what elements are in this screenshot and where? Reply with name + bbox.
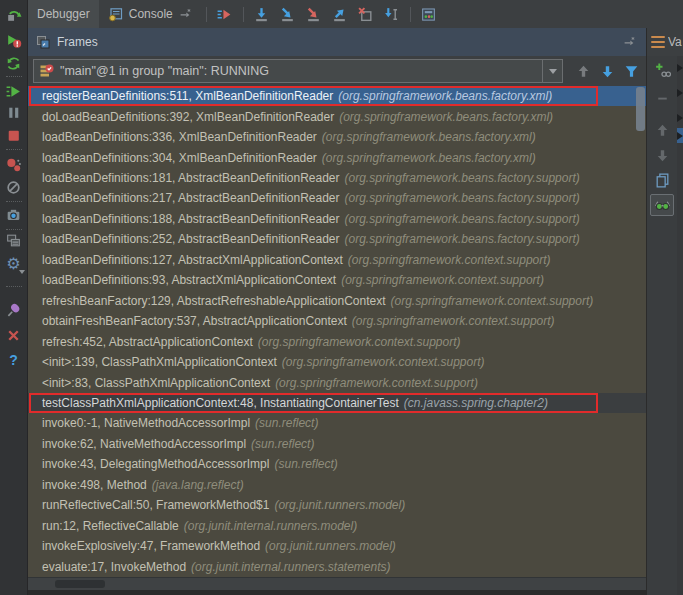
close-button[interactable] [5, 326, 23, 344]
filter-icon[interactable] [623, 63, 640, 80]
run-to-cursor-button[interactable] [381, 3, 403, 25]
stack-frame-row[interactable]: refreshBeanFactory:129, AbstractRefresha… [28, 291, 646, 311]
hide-panel-icon[interactable] [622, 35, 636, 49]
stack-frame-label: registerBeanDefinitions:511, XmlBeanDefi… [42, 89, 333, 103]
evaluate-expression-button[interactable] [418, 3, 440, 25]
remove-watch-button[interactable] [653, 89, 671, 107]
step-into-button[interactable] [277, 3, 299, 25]
stack-frame-label: run:12, ReflectiveCallable [42, 519, 179, 533]
stack-frame-label: loadBeanDefinitions:127, AbstractXmlAppl… [42, 253, 343, 267]
mute-breakpoints-icon [5, 179, 22, 196]
show-watches-button[interactable] [650, 194, 674, 216]
stack-frame-label: evaluate:17, InvokeMethod [42, 560, 186, 574]
stack-frame-row[interactable]: <init>:139, ClassPathXmlApplicationConte… [28, 352, 646, 372]
frames-list: registerBeanDefinitions:511, XmlBeanDefi… [28, 86, 646, 577]
stack-frame-row[interactable]: loadBeanDefinitions:304, XmlBeanDefiniti… [28, 147, 646, 167]
debugger-toolbar: Debugger Console [28, 0, 683, 28]
stack-frame-package: (org.springframework.context.support) [258, 335, 461, 349]
help-icon: ? [9, 352, 18, 368]
move-watch-down-button[interactable] [653, 146, 671, 164]
settings-button[interactable]: ⚙ [5, 255, 23, 273]
tree-expand-icon[interactable] [677, 132, 683, 140]
thread-dump-button[interactable] [5, 205, 23, 223]
force-step-into-button[interactable] [303, 3, 325, 25]
thread-selector-dropdown-button[interactable] [542, 60, 562, 82]
stack-frame-row[interactable]: testClassPathXmlApplicationContext:48, I… [28, 393, 646, 413]
stack-frame-row[interactable]: runReflectiveCall:50, FrameworkMethod$1 … [28, 495, 646, 515]
frame-nav-buttons [575, 63, 640, 80]
stack-frame-row[interactable]: loadBeanDefinitions:252, AbstractBeanDef… [28, 229, 646, 249]
stack-frame-row[interactable]: invoke:43, DelegatingMethodAccessorImpl … [28, 454, 646, 474]
rerun-button[interactable] [5, 6, 23, 24]
rerun-icon [5, 7, 22, 24]
thread-selector-value: "main"@1 in group "main": RUNNING [60, 64, 542, 78]
drop-frame-button[interactable] [355, 3, 377, 25]
stack-frame-row[interactable]: loadBeanDefinitions:336, XmlBeanDefiniti… [28, 127, 646, 147]
stack-frame-row[interactable]: loadBeanDefinitions:188, AbstractBeanDef… [28, 209, 646, 229]
close-icon [5, 327, 22, 344]
rerun-failed-icon [5, 32, 22, 49]
reload-classes-button[interactable] [5, 54, 23, 72]
resume-button[interactable] [5, 82, 23, 100]
console-tab-label: Console [129, 7, 173, 21]
stack-frame-row[interactable]: registerBeanDefinitions:511, XmlBeanDefi… [28, 86, 646, 106]
stack-frame-row[interactable]: invokeExplosively:47, FrameworkMethod (o… [28, 536, 646, 556]
stack-frame-row[interactable]: loadBeanDefinitions:181, AbstractBeanDef… [28, 168, 646, 188]
rerun-failed-button[interactable] [5, 31, 23, 49]
drop-frame-icon [357, 6, 374, 23]
stack-frame-package: (java.lang.reflect) [152, 478, 244, 492]
restore-layout-icon [5, 232, 22, 249]
tree-expand-icon[interactable] [677, 64, 683, 72]
stack-frame-row[interactable]: loadBeanDefinitions:93, AbstractXmlAppli… [28, 270, 646, 290]
stack-frame-package: (org.junit.internal.runners.statements) [191, 560, 390, 574]
mute-breakpoints-button[interactable] [5, 178, 23, 196]
duplicate-watch-button[interactable] [653, 171, 671, 189]
stack-frame-row[interactable]: loadBeanDefinitions:127, AbstractXmlAppl… [28, 250, 646, 270]
next-frame-icon[interactable] [599, 63, 616, 80]
frames-panel-title: Frames [57, 35, 98, 49]
thread-selector[interactable]: "main"@1 in group "main": RUNNING [33, 59, 563, 83]
horizontal-scrollbar-thumb[interactable] [55, 580, 105, 588]
stack-frame-row[interactable]: <init>:83, ClassPathXmlApplicationContex… [28, 372, 646, 392]
menu-icon[interactable] [651, 36, 665, 49]
show-execution-point-icon [216, 6, 233, 23]
stack-frame-row[interactable]: doLoadBeanDefinitions:392, XmlBeanDefini… [28, 106, 646, 126]
show-watches-icon [654, 197, 671, 214]
stop-button[interactable] [5, 126, 23, 144]
add-watch-button[interactable] [653, 61, 671, 79]
stack-frame-row[interactable]: evaluate:17, InvokeMethod (org.junit.int… [28, 556, 646, 576]
prev-frame-icon[interactable] [575, 63, 592, 80]
stack-frame-package: (org.springframework.beans.factory.suppo… [345, 212, 580, 226]
tab-debugger[interactable]: Debugger [28, 0, 99, 28]
view-breakpoints-button[interactable] [5, 155, 23, 173]
pause-button[interactable] [5, 103, 23, 121]
tree-expand-icon[interactable] [677, 114, 683, 122]
pause-icon [5, 104, 22, 121]
sidebar-separator [6, 149, 22, 150]
reload-icon [5, 55, 22, 72]
pin-icon [5, 302, 22, 319]
move-watch-up-button[interactable] [653, 121, 671, 139]
stack-frame-package: (org.springframework.context.support) [341, 273, 544, 287]
stack-frame-row[interactable]: invoke0:-1, NativeMethodAccessorImpl (su… [28, 413, 646, 433]
stack-frame-row[interactable]: refresh:452, AbstractApplicationContext … [28, 331, 646, 351]
sidebar-separator [6, 286, 22, 287]
tree-expand-icon[interactable] [677, 89, 683, 97]
tab-console[interactable]: Console [99, 0, 201, 28]
thread-dump-icon [5, 206, 22, 223]
stack-frame-label: loadBeanDefinitions:93, AbstractXmlAppli… [42, 273, 336, 287]
stack-frame-row[interactable]: invoke:62, NativeMethodAccessorImpl (sun… [28, 434, 646, 454]
stack-frame-row[interactable]: loadBeanDefinitions:217, AbstractBeanDef… [28, 188, 646, 208]
help-button[interactable]: ? [5, 351, 23, 369]
stack-frame-row[interactable]: run:12, ReflectiveCallable (org.junit.in… [28, 516, 646, 536]
show-execution-point-button[interactable] [214, 3, 236, 25]
stack-frame-row[interactable]: invoke:498, Method (java.lang.reflect) [28, 475, 646, 495]
step-over-button[interactable] [251, 3, 273, 25]
pin-button[interactable] [5, 301, 23, 319]
horizontal-scrollbar[interactable] [28, 577, 646, 590]
stack-frame-row[interactable]: obtainFreshBeanFactory:537, AbstractAppl… [28, 311, 646, 331]
vertical-scrollbar-thumb[interactable] [636, 87, 645, 131]
step-out-button[interactable] [329, 3, 351, 25]
restore-layout-button[interactable] [5, 231, 23, 249]
watches-tree-edge [677, 56, 683, 595]
